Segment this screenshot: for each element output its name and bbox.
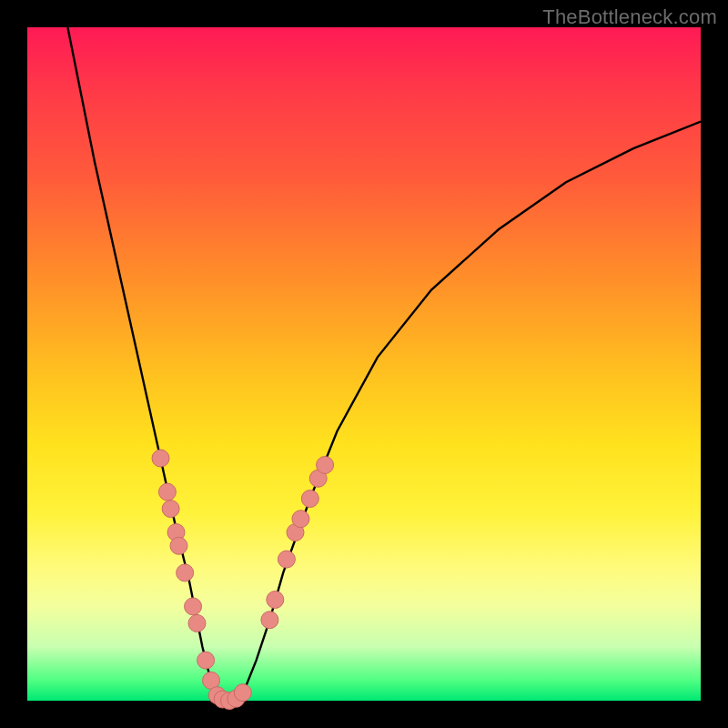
- data-marker: [162, 500, 179, 518]
- marker-group: [152, 450, 334, 709]
- data-marker: [267, 592, 284, 609]
- data-marker: [158, 483, 176, 500]
- data-marker: [292, 511, 309, 528]
- data-marker: [278, 551, 295, 568]
- data-marker: [188, 614, 206, 632]
- data-marker: [152, 450, 169, 467]
- data-marker: [234, 684, 251, 702]
- data-marker: [185, 598, 202, 615]
- data-marker: [177, 564, 194, 581]
- plot-area: [27, 27, 701, 701]
- watermark-text: TheBottleneck.com: [542, 5, 717, 29]
- data-marker: [317, 457, 334, 474]
- data-marker: [261, 612, 278, 629]
- data-marker: [301, 490, 318, 508]
- data-marker: [170, 537, 187, 554]
- chart-frame: TheBottleneck.com: [0, 0, 728, 728]
- curve-layer: [27, 27, 701, 701]
- bottleneck-curve: [67, 27, 701, 701]
- data-marker: [197, 652, 215, 669]
